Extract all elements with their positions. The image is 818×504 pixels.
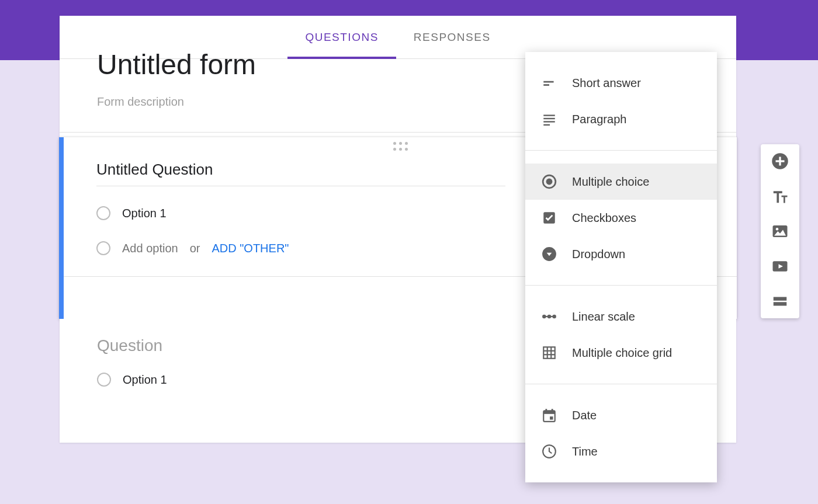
date-icon bbox=[542, 408, 557, 423]
type-label: Multiple choice bbox=[572, 175, 649, 189]
question-title-input[interactable]: Untitled Question bbox=[96, 161, 505, 186]
type-option-multiple-choice-grid[interactable]: Multiple choice grid bbox=[525, 335, 717, 371]
add-image-button[interactable] bbox=[771, 223, 789, 240]
type-label: Paragraph bbox=[572, 113, 626, 126]
type-label: Linear scale bbox=[572, 310, 635, 324]
add-video-button[interactable] bbox=[771, 258, 789, 275]
option-text[interactable]: Option 1 bbox=[122, 207, 167, 220]
svg-rect-32 bbox=[774, 297, 787, 301]
type-option-paragraph[interactable]: Paragraph bbox=[525, 101, 717, 137]
type-option-linear-scale[interactable]: Linear scale bbox=[525, 298, 717, 335]
svg-rect-23 bbox=[552, 409, 553, 412]
type-label: Date bbox=[572, 409, 597, 422]
side-toolbar bbox=[761, 144, 799, 318]
type-label: Time bbox=[572, 445, 598, 458]
text-icon bbox=[771, 187, 789, 205]
radio-icon bbox=[97, 373, 111, 387]
svg-point-30 bbox=[776, 228, 779, 231]
video-icon bbox=[771, 258, 789, 275]
tab-questions-label: QUESTIONS bbox=[305, 31, 378, 44]
short-answer-icon bbox=[542, 75, 557, 91]
svg-rect-5 bbox=[543, 121, 555, 122]
type-option-time[interactable]: Time bbox=[525, 433, 717, 470]
tab-responses[interactable]: RESPONSES bbox=[396, 16, 508, 58]
type-label: Multiple choice grid bbox=[572, 346, 672, 360]
image-icon bbox=[771, 223, 789, 240]
tab-responses-label: RESPONSES bbox=[414, 31, 491, 44]
radio-icon bbox=[96, 241, 110, 255]
type-option-checkboxes[interactable]: Checkboxes bbox=[525, 200, 717, 236]
svg-rect-4 bbox=[543, 118, 555, 119]
svg-rect-24 bbox=[550, 416, 553, 419]
time-icon bbox=[542, 444, 557, 459]
type-label: Short answer bbox=[572, 77, 641, 90]
section-icon bbox=[771, 293, 789, 310]
linear-scale-icon bbox=[542, 309, 557, 324]
type-option-short-answer[interactable]: Short answer bbox=[525, 65, 717, 101]
svg-rect-22 bbox=[546, 409, 547, 412]
svg-rect-21 bbox=[543, 411, 555, 413]
svg-rect-33 bbox=[774, 302, 787, 305]
tab-questions[interactable]: QUESTIONS bbox=[287, 16, 396, 58]
paragraph-icon bbox=[542, 112, 557, 127]
option-text: Option 1 bbox=[123, 373, 167, 387]
add-question-button[interactable] bbox=[771, 152, 789, 170]
type-option-multiple-choice[interactable]: Multiple choice bbox=[525, 164, 717, 200]
type-label: Dropdown bbox=[572, 248, 625, 261]
svg-rect-2 bbox=[543, 84, 549, 86]
checkboxes-icon bbox=[542, 210, 557, 225]
type-option-date[interactable]: Date bbox=[525, 397, 717, 433]
svg-rect-1 bbox=[543, 81, 553, 83]
dropdown-icon bbox=[542, 246, 557, 262]
svg-rect-15 bbox=[543, 347, 555, 359]
svg-rect-28 bbox=[779, 157, 781, 166]
svg-rect-3 bbox=[543, 114, 555, 116]
plus-circle-icon bbox=[771, 152, 789, 170]
add-other-link[interactable]: ADD "OTHER" bbox=[212, 242, 289, 255]
add-option-text[interactable]: Add option bbox=[122, 242, 178, 255]
svg-rect-14 bbox=[544, 316, 554, 317]
add-section-button[interactable] bbox=[771, 293, 789, 310]
type-label: Checkboxes bbox=[572, 211, 636, 225]
or-text: or bbox=[190, 242, 200, 255]
question-type-dropdown: Short answer Paragraph Multiple choice C… bbox=[525, 52, 717, 482]
add-title-button[interactable] bbox=[771, 187, 789, 205]
radio-icon bbox=[96, 206, 110, 220]
type-option-dropdown[interactable]: Dropdown bbox=[525, 236, 717, 272]
grid-icon bbox=[542, 345, 557, 360]
svg-rect-6 bbox=[543, 124, 550, 126]
multiple-choice-icon bbox=[542, 174, 557, 189]
drag-dots-icon bbox=[393, 142, 408, 151]
svg-point-8 bbox=[546, 179, 553, 185]
